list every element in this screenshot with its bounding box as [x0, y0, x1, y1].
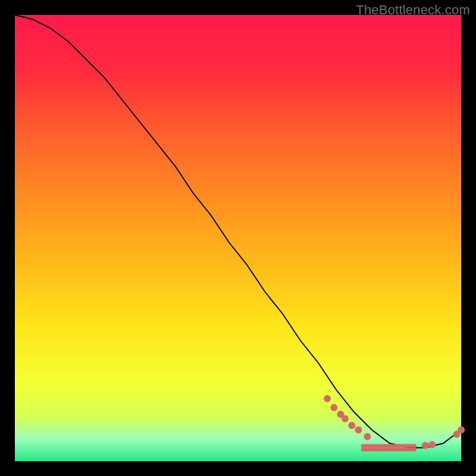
marker-dot [428, 441, 436, 448]
bottleneck-curve [15, 15, 461, 448]
marker-dot [324, 395, 331, 402]
plot-area [15, 15, 461, 461]
marker-dot [364, 433, 371, 440]
watermark-text: TheBottleneck.com [356, 2, 470, 18]
marker-dot [458, 427, 465, 434]
chart-stage: TheBottleneck.com [0, 0, 476, 476]
label-cluster-dot [412, 444, 416, 447]
marker-dot [422, 442, 429, 449]
curve-svg [15, 15, 461, 461]
marker-dot [330, 404, 337, 411]
marker-dot [355, 427, 362, 434]
marker-dot [348, 422, 355, 429]
label-cluster-dot [412, 447, 416, 451]
marker-dot [342, 415, 349, 422]
